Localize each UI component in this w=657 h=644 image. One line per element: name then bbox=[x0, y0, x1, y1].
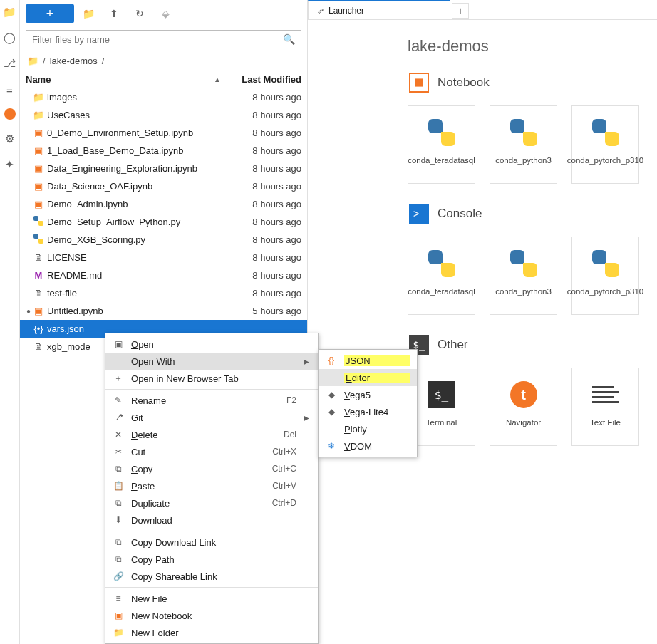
new-launcher-button[interactable]: + bbox=[26, 4, 74, 23]
new-folder-icon[interactable]: 📁 bbox=[77, 4, 100, 23]
menu-item[interactable]: 📋PasteCtrl+V bbox=[105, 477, 318, 494]
menu-icon: ✂ bbox=[113, 447, 124, 457]
file-name: Demo_Admin.ipynb bbox=[46, 199, 230, 209]
launcher-card[interactable]: tNavigator bbox=[490, 368, 557, 446]
file-row[interactable]: 📁images8 hours ago bbox=[20, 88, 307, 106]
launcher-card[interactable]: conda_teradatasql bbox=[408, 237, 475, 315]
card-icon bbox=[591, 380, 621, 410]
col-modified[interactable]: Last Modified bbox=[227, 71, 307, 88]
launcher-card[interactable]: conda_pytorch_p310 bbox=[571, 105, 639, 184]
filter-input[interactable] bbox=[32, 34, 283, 45]
menu-item[interactable]: ⬇Download bbox=[105, 511, 318, 529]
card-label: conda_python3 bbox=[495, 287, 552, 296]
file-row[interactable]: ●▣Untitled.ipynb5 hours ago bbox=[20, 302, 307, 320]
file-row[interactable]: ▣Demo_Admin.ipynb8 hours ago bbox=[20, 195, 307, 213]
upload-icon[interactable]: ⬆ bbox=[103, 4, 125, 23]
breadcrumb[interactable]: 📁 / lake-demos / bbox=[20, 51, 307, 71]
breadcrumb-item[interactable]: lake-demos bbox=[50, 56, 98, 66]
menu-icon: ✕ bbox=[113, 430, 124, 440]
menu-item[interactable]: ✂CutCtrl+X bbox=[105, 443, 318, 460]
file-row[interactable]: Demo_Setup_Airflow_Python.py8 hours ago bbox=[20, 213, 307, 231]
file-name: LICENSE bbox=[46, 252, 230, 263]
launcher-card[interactable]: conda_python3 bbox=[490, 237, 557, 315]
menu-item[interactable]: ⧉DuplicateCtrl+D bbox=[105, 494, 318, 511]
card-label: conda_teradatasql bbox=[408, 287, 475, 296]
svg-rect-0 bbox=[415, 78, 423, 86]
submenu-item[interactable]: ◆Vega5 bbox=[319, 386, 417, 403]
menu-icon: ⬇ bbox=[113, 515, 124, 525]
menu-item[interactable]: 🔗Copy Shareable Link bbox=[105, 568, 318, 585]
notebook-section-icon bbox=[409, 73, 429, 93]
menu-item[interactable]: ▣Open bbox=[105, 336, 318, 353]
file-modified: 8 hours ago bbox=[230, 145, 301, 156]
submenu-item[interactable]: {}JSON bbox=[319, 352, 417, 369]
refresh-icon[interactable]: ↻ bbox=[128, 4, 151, 23]
file-row[interactable]: ▣Data_Science_OAF.ipynb8 hours ago bbox=[20, 177, 307, 195]
menu-item[interactable]: ＋Open in New Browser Tab bbox=[105, 370, 318, 387]
file-row[interactable]: ▣1_Load_Base_Demo_Data.ipynb8 hours ago bbox=[20, 142, 307, 160]
filter-box[interactable]: 🔍 bbox=[26, 30, 301, 48]
file-modified: 8 hours ago bbox=[230, 92, 301, 103]
chevron-right-icon: ▶ bbox=[304, 358, 311, 365]
new-tab-button[interactable]: + bbox=[452, 3, 469, 19]
file-row[interactable]: ▣0_Demo_Environment_Setup.ipynb8 hours a… bbox=[20, 124, 307, 142]
submenu-item[interactable]: ◆Vega-Lite4 bbox=[319, 403, 417, 420]
git-pull-icon[interactable]: ⬙ bbox=[154, 4, 177, 23]
submenu-item[interactable]: Plotly bbox=[319, 420, 417, 437]
file-modified: 8 hours ago bbox=[230, 181, 301, 192]
launcher-card[interactable]: conda_teradatasql bbox=[408, 105, 475, 184]
file-row[interactable]: 🗎test-file8 hours ago bbox=[20, 284, 307, 302]
activity-bar: 📁 ◯ ⎇ ≡ ⚙ ✦ bbox=[0, 0, 20, 644]
tab-launcher[interactable]: ⇗ Launcher bbox=[308, 0, 450, 19]
file-row[interactable]: Demo_XGB_Scoring.py8 hours ago bbox=[20, 231, 307, 249]
console-section-icon: >_ bbox=[409, 204, 429, 224]
launcher-card[interactable]: Text File bbox=[571, 368, 639, 446]
card-label: conda_pytorch_p310 bbox=[567, 156, 643, 165]
sort-asc-icon: ▲ bbox=[214, 76, 221, 83]
navigator-icon[interactable] bbox=[4, 108, 16, 120]
menu-item[interactable]: ≡New File bbox=[105, 590, 318, 607]
file-row[interactable]: MREADME.md8 hours ago bbox=[20, 266, 307, 284]
launcher-card[interactable]: $_Terminal bbox=[408, 368, 475, 446]
menu-icon: ⧉ bbox=[113, 464, 124, 474]
file-name: Data_Engineering_Exploration.ipynb bbox=[46, 163, 230, 174]
menu-item[interactable]: Open With▶ bbox=[105, 353, 318, 370]
menu-icon: ≡ bbox=[113, 593, 124, 603]
context-menu: ▣OpenOpen With▶＋Open in New Browser Tab✎… bbox=[105, 333, 319, 644]
file-row[interactable]: ▣Data_Engineering_Exploration.ipynb8 hou… bbox=[20, 160, 307, 177]
open-with-submenu: {}JSONEditor◆Vega5◆Vega-Lite4Plotly❄VDOM bbox=[318, 349, 418, 457]
file-modified: 8 hours ago bbox=[230, 110, 301, 120]
menu-item[interactable]: ⧉CopyCtrl+C bbox=[105, 460, 318, 477]
toc-icon[interactable]: ≡ bbox=[4, 83, 16, 95]
col-name[interactable]: Name ▲ bbox=[20, 71, 227, 88]
files-icon[interactable]: 📁 bbox=[4, 6, 16, 19]
card-icon bbox=[427, 118, 457, 147]
menu-icon: ⧉ bbox=[113, 537, 124, 547]
launcher-card[interactable]: conda_python3 bbox=[490, 105, 557, 184]
card-label: Navigator bbox=[506, 418, 541, 427]
menu-item[interactable]: 📁New Folder bbox=[105, 624, 318, 641]
settings-icon[interactable]: ⚙ bbox=[4, 133, 16, 145]
menu-item[interactable]: ⧉Copy Download Link bbox=[105, 534, 318, 551]
menu-item[interactable]: ✎RenameF2 bbox=[105, 392, 318, 409]
tab-bar: ⇗ Launcher + bbox=[308, 0, 657, 20]
submenu-item[interactable]: ❄VDOM bbox=[319, 437, 417, 455]
file-name: Data_Science_OAF.ipynb bbox=[46, 181, 230, 192]
card-icon: t bbox=[509, 380, 539, 410]
file-row[interactable]: 🗎LICENSE8 hours ago bbox=[20, 249, 307, 266]
menu-icon: 📋 bbox=[113, 481, 124, 491]
extensions-icon[interactable]: ✦ bbox=[4, 158, 16, 171]
file-name: images bbox=[46, 92, 230, 103]
git-icon[interactable]: ⎇ bbox=[4, 57, 16, 70]
menu-item[interactable]: ⎇Git▶ bbox=[105, 409, 318, 426]
modified-dot-icon: ● bbox=[26, 307, 31, 315]
launcher-card[interactable]: conda_pytorch_p310 bbox=[571, 237, 639, 315]
submenu-icon: ❄ bbox=[326, 441, 337, 451]
card-icon bbox=[509, 118, 539, 147]
submenu-item[interactable]: Editor bbox=[319, 369, 417, 386]
menu-item[interactable]: ▣New Notebook bbox=[105, 607, 318, 624]
running-icon[interactable]: ◯ bbox=[4, 31, 16, 44]
file-row[interactable]: 📁UseCases8 hours ago bbox=[20, 106, 307, 124]
menu-item[interactable]: ✕DeleteDel bbox=[105, 426, 318, 443]
menu-item[interactable]: ⧉Copy Path bbox=[105, 551, 318, 568]
